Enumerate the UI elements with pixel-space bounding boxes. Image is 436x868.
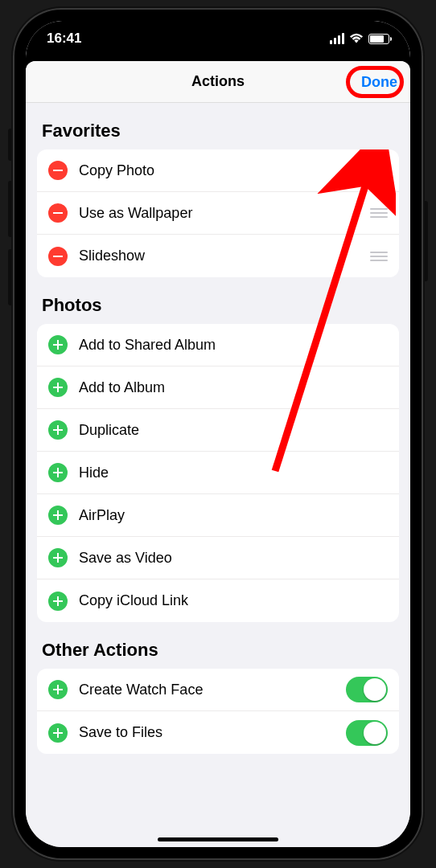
section-other-actions: Other Actions Create Watch Face Save to … — [26, 637, 410, 754]
row-label: AirPlay — [68, 507, 388, 524]
toggle-switch[interactable] — [346, 720, 388, 746]
remove-icon[interactable] — [48, 203, 68, 223]
photos-row: Hide — [37, 452, 399, 494]
add-icon[interactable] — [48, 723, 68, 743]
photos-row: AirPlay — [37, 494, 399, 537]
add-icon[interactable] — [48, 335, 68, 354]
row-label: Hide — [68, 465, 388, 481]
done-button[interactable]: Done — [361, 73, 397, 90]
photos-row: Copy iCloud Link — [37, 579, 399, 622]
row-label: Copy Photo — [68, 162, 370, 179]
notch — [138, 21, 298, 45]
add-icon[interactable] — [48, 506, 68, 525]
cellular-signal-icon — [330, 33, 344, 44]
add-icon[interactable] — [48, 463, 68, 482]
add-icon[interactable] — [48, 680, 68, 699]
add-icon[interactable] — [48, 548, 68, 567]
photos-row: Duplicate — [37, 409, 399, 452]
remove-icon[interactable] — [48, 247, 68, 266]
add-icon[interactable] — [48, 592, 68, 611]
row-label: Add to Album — [68, 379, 388, 396]
nav-bar: Actions Done — [26, 61, 410, 103]
section-title-photos: Photos — [37, 292, 399, 324]
battery-icon — [368, 34, 389, 44]
row-label: Save to Files — [68, 724, 346, 741]
section-title-favorites: Favorites — [37, 117, 399, 149]
toggle-switch[interactable] — [346, 677, 388, 702]
photos-row: Save as Video — [37, 537, 399, 579]
status-indicators — [330, 33, 389, 44]
section-favorites: Favorites Copy Photo Use as Wallpaper — [26, 117, 410, 277]
wifi-icon — [349, 33, 364, 44]
page-title: Actions — [191, 73, 245, 90]
section-title-other: Other Actions — [37, 637, 399, 669]
row-label: Create Watch Face — [68, 682, 346, 698]
row-label: Add to Shared Album — [68, 337, 388, 354]
photos-row: Add to Album — [37, 366, 399, 409]
home-indicator[interactable] — [158, 837, 278, 841]
remove-icon[interactable] — [48, 161, 68, 180]
section-photos: Photos Add to Shared Album Add to Album … — [26, 292, 410, 622]
photos-row: Add to Shared Album — [37, 324, 399, 366]
row-label: Duplicate — [68, 422, 388, 439]
drag-handle-icon[interactable] — [370, 208, 388, 218]
favorite-row: Slideshow — [37, 235, 399, 277]
other-row: Create Watch Face — [37, 669, 399, 711]
row-label: Slideshow — [68, 248, 370, 264]
favorite-row: Copy Photo — [37, 149, 399, 192]
add-icon[interactable] — [48, 420, 68, 440]
other-row: Save to Files — [37, 711, 399, 754]
drag-handle-icon[interactable] — [370, 166, 388, 175]
row-label: Use as Wallpaper — [68, 205, 370, 222]
favorite-row: Use as Wallpaper — [37, 192, 399, 235]
drag-handle-icon[interactable] — [370, 252, 388, 261]
row-label: Save as Video — [68, 550, 388, 567]
row-label: Copy iCloud Link — [68, 592, 388, 609]
add-icon[interactable] — [48, 378, 68, 397]
status-time: 16:41 — [47, 31, 81, 47]
